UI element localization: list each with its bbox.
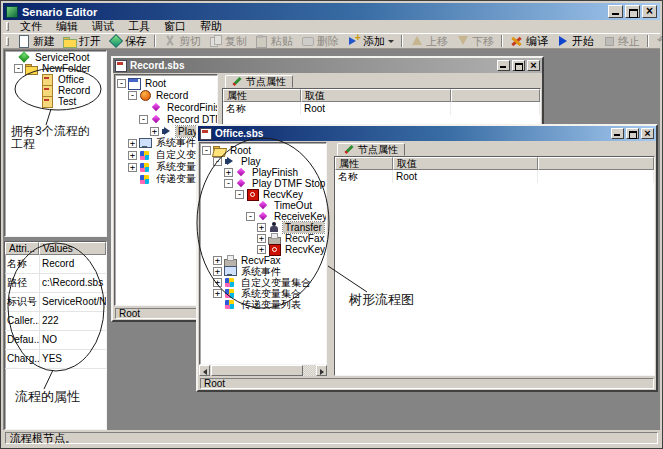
- tab-node-properties[interactable]: 节点属性: [225, 75, 293, 88]
- values-column-header[interactable]: Values: [39, 242, 106, 255]
- diamond-icon: [150, 102, 162, 113]
- expand-box[interactable]: [128, 139, 137, 148]
- close-icon[interactable]: [642, 5, 657, 18]
- expand-box[interactable]: [257, 223, 266, 232]
- variables-icon: [224, 277, 236, 288]
- tree-item[interactable]: RecordFinish: [115, 101, 217, 113]
- expand-box[interactable]: [224, 168, 233, 177]
- minimize-icon[interactable]: [611, 128, 624, 139]
- tree-item[interactable]: Play: [200, 156, 326, 167]
- horizontal-scrollbar[interactable]: [199, 365, 327, 376]
- tree-item[interactable]: RecvKey: [200, 244, 326, 255]
- window-controls: [608, 5, 657, 18]
- minimize-icon[interactable]: [497, 60, 510, 71]
- expand-box[interactable]: [235, 190, 244, 199]
- attr-column-header[interactable]: Attri...: [5, 242, 39, 255]
- expand-box[interactable]: [128, 151, 137, 160]
- office-flow-tree: Root Play PlayFinish Play DTMF Stop Recv…: [199, 142, 327, 376]
- tree-item-serviceroot[interactable]: ServiceRoot: [5, 52, 106, 63]
- toolbar-grip[interactable]: [6, 37, 9, 46]
- start-button[interactable]: 开始: [552, 34, 598, 49]
- menu-file[interactable]: 文件: [13, 19, 49, 34]
- property-row[interactable]: 名称Record: [5, 255, 106, 274]
- splitter[interactable]: [327, 142, 334, 376]
- expand-box[interactable]: [224, 179, 233, 188]
- minimize-icon[interactable]: [608, 5, 623, 18]
- grid-row[interactable]: 名称 Root: [335, 170, 654, 183]
- property-row[interactable]: 标识号ServiceRoot/New...: [5, 293, 106, 312]
- expand-box[interactable]: [117, 79, 126, 88]
- scrollbar-thumb[interactable]: [211, 365, 303, 376]
- expand-box[interactable]: [128, 91, 137, 100]
- variables-icon: [224, 299, 236, 310]
- menu-help[interactable]: 帮助: [193, 19, 229, 34]
- expand-box[interactable]: [139, 115, 148, 124]
- tree-item[interactable]: Play DTMF Stop: [200, 178, 326, 189]
- add-button[interactable]: 添加: [343, 34, 398, 49]
- expand-box[interactable]: [213, 256, 222, 265]
- compile-button[interactable]: 编译: [506, 34, 552, 49]
- tree-item[interactable]: RecvKey: [200, 189, 326, 200]
- close-icon[interactable]: [527, 60, 540, 71]
- property-row[interactable]: 路径c:\Record.sbs: [5, 274, 106, 293]
- tree-item-label: NewFolder: [40, 63, 92, 74]
- grid-row[interactable]: 名称 Root: [223, 102, 540, 115]
- scroll-left-icon[interactable]: [199, 365, 210, 376]
- new-button[interactable]: 新建: [13, 34, 59, 49]
- menu-edit[interactable]: 编辑: [49, 19, 85, 34]
- restore-icon[interactable]: [625, 5, 640, 18]
- grid-header-empty: [451, 89, 540, 102]
- tree-item[interactable]: ReceiveKey Cor: [200, 211, 326, 222]
- expand-box[interactable]: [257, 245, 266, 254]
- record-titlebar[interactable]: Record.sbs: [113, 58, 542, 73]
- root-window-icon: [128, 78, 140, 89]
- tree-item-label: Test: [56, 96, 78, 107]
- grid-header-attr[interactable]: 属性: [335, 157, 393, 170]
- properties-header: Attri... Values: [5, 242, 106, 255]
- open-button[interactable]: 打开: [59, 34, 105, 49]
- close-icon[interactable]: [641, 128, 654, 139]
- tree-item-test[interactable]: Test: [5, 96, 106, 107]
- expand-box[interactable]: [257, 234, 266, 243]
- expand-box[interactable]: [213, 267, 222, 276]
- play-icon: [161, 126, 173, 137]
- expand-box[interactable]: [213, 289, 222, 298]
- menu-debug[interactable]: 调试: [85, 19, 121, 34]
- expand-box[interactable]: [246, 212, 255, 221]
- property-row[interactable]: Charg...YES: [5, 350, 106, 369]
- grid-header-attr[interactable]: 属性: [223, 89, 301, 102]
- add-dropdown-arrow-icon[interactable]: [388, 40, 394, 43]
- tab-node-properties[interactable]: 节点属性: [337, 143, 405, 156]
- property-row[interactable]: Defau...NO: [5, 331, 106, 350]
- save-button[interactable]: 保存: [105, 34, 151, 49]
- tree-item[interactable]: Record: [115, 89, 217, 101]
- tree-item[interactable]: 传递变量列表: [200, 299, 326, 310]
- expand-box[interactable]: [202, 146, 211, 155]
- menubar-grip[interactable]: [6, 22, 9, 31]
- tree-item[interactable]: PlayFinish: [200, 167, 326, 178]
- expand-box[interactable]: [213, 157, 222, 166]
- expand-box[interactable]: [128, 163, 137, 172]
- office-titlebar[interactable]: Office.sbs: [198, 126, 656, 141]
- menu-tools[interactable]: 工具: [121, 19, 157, 34]
- tree-item[interactable]: Root: [200, 145, 326, 156]
- tree-item-selected[interactable]: Transfer: [200, 222, 326, 233]
- grid-header-value[interactable]: 取值: [393, 157, 538, 170]
- grid-header-value[interactable]: 取值: [301, 89, 451, 102]
- tree-item[interactable]: RecvFax: [200, 233, 326, 244]
- menu-window[interactable]: 窗口: [157, 19, 193, 34]
- scroll-right-icon[interactable]: [316, 365, 327, 376]
- tree-item-office[interactable]: Office: [5, 74, 106, 85]
- restore-icon[interactable]: [626, 128, 639, 139]
- tree-item-record[interactable]: Record: [5, 85, 106, 96]
- paste-button: 粘贴: [251, 34, 297, 49]
- expand-box[interactable]: [150, 127, 159, 136]
- tree-item-label: Record: [56, 85, 92, 96]
- expand-box[interactable]: [213, 278, 222, 287]
- expand-box[interactable]: [14, 64, 23, 73]
- property-row[interactable]: Caller...222: [5, 312, 106, 331]
- restore-icon[interactable]: [512, 60, 525, 71]
- tree-item[interactable]: Root: [115, 77, 217, 89]
- tree-item-newfolder[interactable]: NewFolder: [5, 63, 106, 74]
- tree-item[interactable]: TimeOut: [200, 200, 326, 211]
